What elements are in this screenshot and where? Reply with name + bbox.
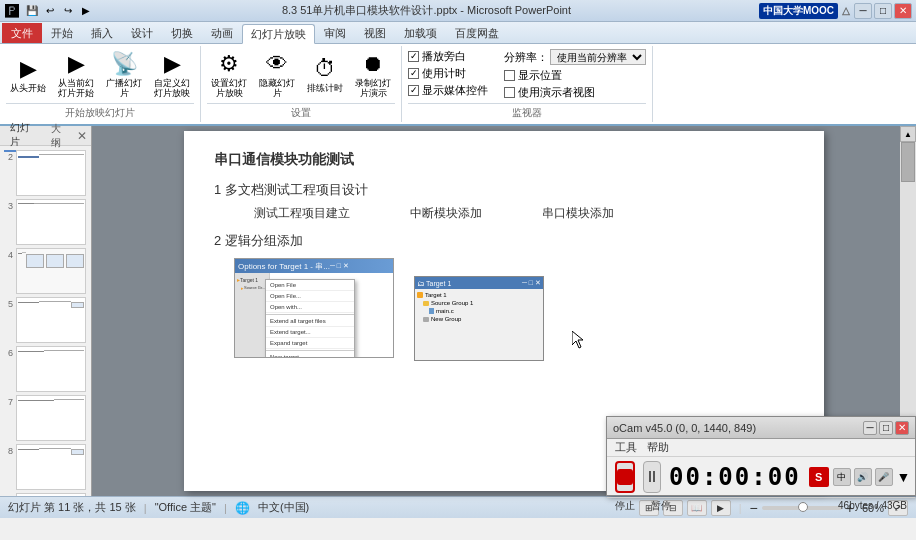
tab-file[interactable]: 文件 — [2, 23, 42, 43]
sep1: | — [144, 502, 147, 514]
ocam-icon2[interactable]: 🔊 — [854, 468, 872, 486]
group-display-label: 监视器 — [408, 103, 646, 120]
tab-home[interactable]: 开始 — [42, 23, 82, 43]
tab-animation[interactable]: 动画 — [202, 23, 242, 43]
ocam-expand-btn[interactable]: ▼ — [897, 469, 911, 485]
display-pos-checkbox[interactable] — [504, 70, 515, 81]
slide-thumb-5[interactable] — [16, 297, 86, 343]
tab-addins[interactable]: 加载项 — [395, 23, 446, 43]
timing-checkbox[interactable]: ✓ — [408, 68, 419, 79]
ocam-pause-button[interactable]: ⏸ — [643, 461, 661, 493]
mooc-logo: 中国大学MOOC △ — [759, 3, 850, 19]
ocam-icon3[interactable]: 🎤 — [875, 468, 893, 486]
ocam-title-controls[interactable]: ─ □ ✕ — [863, 421, 909, 435]
ocam-menu-tools[interactable]: 工具 — [615, 440, 637, 455]
tab-transition[interactable]: 切换 — [162, 23, 202, 43]
tab-slideshow[interactable]: 幻灯片放映 — [242, 24, 315, 44]
slide-thumb-8[interactable] — [16, 444, 86, 490]
maximize-btn[interactable]: □ — [874, 3, 892, 19]
timing-label: 使用计时 — [422, 66, 466, 81]
ss1-source-item: ▸ Source Gr... — [241, 284, 267, 291]
undo-btn[interactable]: ↩ — [42, 3, 58, 19]
from-current-btn[interactable]: ▶ 从当前幻灯片开始 — [54, 48, 98, 102]
group-settings-content: ⚙ 设置幻灯片放映 👁 隐藏幻灯片 ⏱ 排练计时 ⏺ 录制幻灯片演示 — [207, 48, 395, 103]
slide-thumb-container-6: 6 — [8, 346, 83, 392]
slide-thumb-2[interactable] — [16, 150, 86, 196]
checkbox-media[interactable]: ✓ 显示媒体控件 — [408, 82, 488, 98]
scroll-up-btn[interactable]: ▲ — [900, 126, 916, 142]
ss1-titlebar: Options for Target 1 - 串... ─ □ ✕ — [235, 259, 393, 273]
save-btn[interactable]: 💾 — [24, 3, 40, 19]
quick-access-toolbar: 💾 ↩ ↪ ▶ — [24, 3, 94, 19]
slide-thumb-container-9: 9 — [8, 493, 83, 496]
from-beginning-icon: ▶ — [20, 56, 37, 82]
t6-l1 — [18, 351, 44, 352]
tree-new-group-icon — [423, 317, 429, 322]
slide-panel: 幻灯片 大纲 ✕ 2 3 — [0, 126, 92, 496]
resolution-select[interactable]: 使用当前分辨率 — [550, 49, 646, 65]
record-label: 录制幻灯片演示 — [353, 79, 393, 99]
t5-l2 — [39, 301, 56, 302]
narration-checkbox[interactable]: ✓ — [408, 51, 419, 62]
t4-box2 — [46, 254, 64, 268]
ocam-menu-help[interactable]: 帮助 — [647, 440, 669, 455]
slideshow-btn[interactable]: ▶ — [78, 3, 94, 19]
slide-thumb-4[interactable] — [16, 248, 86, 294]
minimize-btn[interactable]: ─ — [854, 3, 872, 19]
slide-thumb-9[interactable] — [16, 493, 86, 496]
panel-close-btn[interactable]: ✕ — [77, 129, 87, 143]
window-controls[interactable]: ─ □ ✕ — [854, 3, 912, 19]
close-btn[interactable]: ✕ — [894, 3, 912, 19]
tab-design[interactable]: 设计 — [122, 23, 162, 43]
checkbox-narration[interactable]: ✓ 播放旁白 — [408, 48, 488, 64]
sep2: | — [224, 502, 227, 514]
checkbox-presenter[interactable]: 使用演示者视图 — [504, 84, 646, 100]
ocam-stop-label[interactable]: 停止 — [615, 499, 635, 513]
broadcast-btn[interactable]: 📡 广播幻灯片 — [102, 48, 146, 102]
slide-thumb-container-5: 5 — [8, 297, 83, 343]
slide-thumb-7[interactable] — [16, 395, 86, 441]
tree-target: Target 1 — [417, 291, 541, 299]
custom-slideshow-btn[interactable]: ▶ 自定义幻灯片放映 — [150, 48, 194, 102]
redo-btn[interactable]: ↪ — [60, 3, 76, 19]
tab-baidu[interactable]: 百度网盘 — [446, 23, 508, 43]
presenter-checkbox[interactable] — [504, 87, 515, 98]
tab-view[interactable]: 视图 — [355, 23, 395, 43]
slide-screenshots: Options for Target 1 - 串... ─ □ ✕ ▸ Targ… — [234, 258, 794, 361]
from-current-icon: ▶ — [68, 51, 85, 77]
checkbox-timing[interactable]: ✓ 使用计时 — [408, 65, 488, 81]
thumb-title-bar — [18, 156, 39, 158]
ocam-stop-button[interactable] — [615, 461, 635, 493]
slide-thumb-6[interactable] — [16, 346, 86, 392]
scroll-thumb[interactable] — [901, 142, 915, 182]
ss1-controls: ─ □ ✕ — [330, 262, 349, 270]
slide-title: 串口通信模块功能测试 — [214, 151, 794, 169]
slide-thumb-container-3: 3 — [8, 199, 83, 245]
display-pos-label: 显示位置 — [518, 68, 562, 83]
ocam-pause-label[interactable]: 暂停 — [651, 499, 671, 513]
tree-target-label: Target 1 — [425, 292, 447, 298]
hide-slide-btn[interactable]: 👁 隐藏幻灯片 — [255, 48, 299, 102]
slide-thumb-3[interactable] — [16, 199, 86, 245]
checkbox-display-pos[interactable]: 显示位置 — [504, 67, 646, 83]
tab-insert[interactable]: 插入 — [82, 23, 122, 43]
setup-slideshow-btn[interactable]: ⚙ 设置幻灯片放映 — [207, 48, 251, 102]
tree-new-group-label: New Group — [431, 316, 461, 322]
record-btn[interactable]: ⏺ 录制幻灯片演示 — [351, 48, 395, 102]
setup-label: 设置幻灯片放映 — [209, 79, 249, 99]
menu-sep1 — [266, 314, 354, 315]
from-beginning-btn[interactable]: ▶ 从头开始 — [6, 48, 50, 102]
media-checkbox[interactable]: ✓ — [408, 85, 419, 96]
ocam-pause-icon: ⏸ — [644, 468, 660, 486]
ocam-close-btn[interactable]: ✕ — [895, 421, 909, 435]
powerpoint-icon: 🅿 — [4, 3, 20, 19]
ocam-min-btn[interactable]: ─ — [863, 421, 877, 435]
broadcast-icon: 📡 — [111, 51, 138, 77]
tab-review[interactable]: 审阅 — [315, 23, 355, 43]
t3-l4 — [60, 203, 71, 204]
ocam-icon1[interactable]: 中 — [833, 468, 851, 486]
menu-open-with: Open with... — [266, 302, 354, 313]
ocam-stop-icon — [617, 469, 633, 485]
ocam-max-btn[interactable]: □ — [879, 421, 893, 435]
rehearse-btn[interactable]: ⏱ 排练计时 — [303, 48, 347, 102]
